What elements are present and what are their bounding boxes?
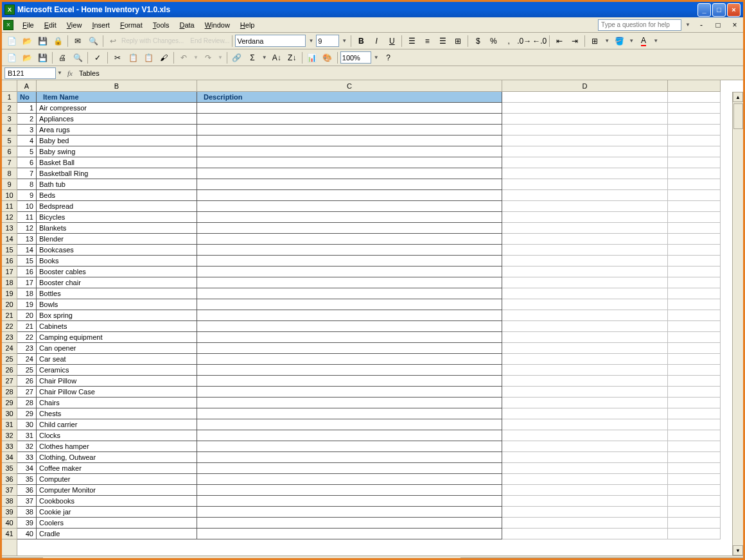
row-header[interactable]: 16 (2, 256, 17, 267)
cell-desc[interactable] (197, 430, 502, 441)
cell[interactable] (502, 288, 668, 299)
scroll-up-button[interactable]: ▲ (733, 92, 743, 102)
cell-no[interactable]: 8 (17, 179, 37, 190)
cell-desc[interactable] (197, 103, 502, 114)
row-header[interactable]: 31 (2, 419, 17, 430)
namebox-dropdown-icon[interactable]: ▼ (56, 70, 64, 76)
row-header[interactable]: 22 (2, 321, 17, 332)
new-button[interactable]: 📄 (4, 34, 19, 48)
cell-item[interactable]: Ceramics (37, 365, 197, 376)
row-header[interactable]: 5 (2, 136, 17, 146)
menu-window[interactable]: Window (200, 19, 235, 31)
cell[interactable] (502, 463, 668, 474)
tab-last-button[interactable]: ⏭ (33, 557, 43, 561)
cell-no[interactable]: 32 (17, 441, 37, 452)
menu-insert[interactable]: Insert (87, 19, 115, 31)
cell-no[interactable]: 17 (17, 277, 37, 288)
fill-color-button[interactable]: 🪣 (612, 34, 626, 48)
sheet-tab-item-pool[interactable]: Item Pool (44, 558, 90, 561)
cell-item[interactable]: Blankets (37, 223, 197, 234)
cell[interactable] (502, 103, 668, 114)
cell-no[interactable]: 9 (17, 190, 37, 201)
cell[interactable] (668, 332, 721, 343)
cell-no[interactable]: 26 (17, 376, 37, 387)
cell-desc[interactable] (197, 146, 502, 157)
cell-desc[interactable] (197, 441, 502, 452)
cell-no[interactable]: 24 (17, 354, 37, 365)
row-header[interactable]: 11 (2, 201, 17, 212)
cell-item[interactable]: Bookcases (37, 245, 197, 256)
cell[interactable] (668, 387, 721, 398)
cell[interactable] (668, 529, 721, 539)
cell[interactable] (502, 518, 668, 529)
tab-first-button[interactable]: ⏮ (2, 557, 12, 561)
row-header[interactable]: 29 (2, 398, 17, 408)
cell[interactable] (668, 179, 721, 190)
cell[interactable] (502, 430, 668, 441)
row-header[interactable]: 2 (2, 103, 17, 114)
row-header[interactable]: 21 (2, 310, 17, 321)
column-header-A[interactable]: A (17, 80, 37, 91)
row-header[interactable]: 4 (2, 125, 17, 136)
cell-desc[interactable] (197, 277, 502, 288)
close-button[interactable]: × (727, 3, 741, 17)
cell-desc[interactable] (197, 299, 502, 310)
menu-tools[interactable]: Tools (148, 19, 175, 31)
vertical-scrollbar[interactable]: ▲ ▼ (732, 92, 743, 556)
open-file-button[interactable]: 📂 (20, 51, 34, 65)
cell[interactable] (502, 507, 668, 518)
cell-item[interactable]: Basketball Ring (37, 168, 197, 179)
cell-item[interactable]: Camping equipment (37, 332, 197, 343)
cell[interactable] (668, 299, 721, 310)
cell-item[interactable]: Area rugs (37, 125, 197, 136)
cell[interactable] (502, 223, 668, 234)
redo-button[interactable]: ↷ (201, 51, 215, 65)
cell-no[interactable]: 10 (17, 201, 37, 212)
help-search-input[interactable] (598, 19, 681, 31)
cell-desc[interactable] (197, 354, 502, 365)
cell[interactable] (502, 474, 668, 485)
font-size-select[interactable] (316, 35, 339, 47)
cell-desc[interactable] (197, 343, 502, 354)
row-header[interactable]: 18 (2, 277, 17, 288)
cell-desc[interactable] (197, 376, 502, 387)
row-header[interactable]: 30 (2, 408, 17, 419)
cell-desc[interactable] (197, 212, 502, 223)
cell[interactable] (502, 408, 668, 419)
paste-button[interactable]: 📋 (141, 51, 155, 65)
row-header[interactable]: 25 (2, 354, 17, 365)
row-header[interactable]: 28 (2, 387, 17, 398)
autosum-button[interactable]: Σ (245, 51, 259, 65)
cell[interactable] (668, 419, 721, 430)
row-header[interactable]: 40 (2, 518, 17, 529)
cell-item[interactable]: Chair Pillow Case (37, 387, 197, 398)
cell[interactable] (668, 277, 721, 288)
align-center-button[interactable]: ≡ (420, 34, 434, 48)
cell-no[interactable]: 23 (17, 343, 37, 354)
cell-item[interactable]: Bedspread (37, 201, 197, 212)
cell[interactable] (502, 419, 668, 430)
fill-dropdown-icon[interactable]: ▼ (627, 38, 635, 44)
cell-item[interactable]: Books (37, 256, 197, 267)
cell-desc[interactable] (197, 485, 502, 496)
cell-desc[interactable] (197, 518, 502, 529)
cell-no[interactable]: 29 (17, 408, 37, 419)
cell-no[interactable]: 15 (17, 256, 37, 267)
menu-data[interactable]: Data (174, 19, 199, 31)
cell-no[interactable]: 21 (17, 321, 37, 332)
cell-item[interactable]: Car seat (37, 354, 197, 365)
cell[interactable] (668, 365, 721, 376)
cell-no[interactable]: 27 (17, 387, 37, 398)
maximize-button[interactable]: □ (712, 3, 726, 17)
cell-desc[interactable] (197, 507, 502, 518)
cell[interactable] (668, 398, 721, 408)
cell-item[interactable]: Cradle (37, 529, 197, 539)
cell-no[interactable]: 39 (17, 518, 37, 529)
cell[interactable] (668, 103, 721, 114)
cell[interactable] (502, 92, 668, 103)
decrease-decimal-button[interactable]: ←.0 (532, 34, 547, 48)
cell[interactable] (502, 245, 668, 256)
cell-desc[interactable] (197, 267, 502, 277)
cell-no[interactable]: 19 (17, 299, 37, 310)
cell-no[interactable]: 36 (17, 485, 37, 496)
